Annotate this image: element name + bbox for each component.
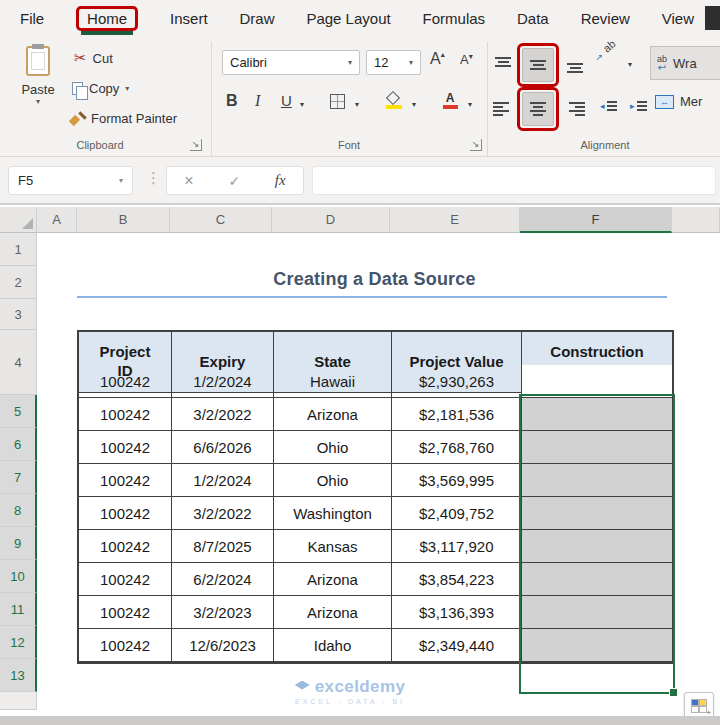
cancel-button[interactable]: × xyxy=(184,172,193,190)
formula-bar-resize-handle[interactable]: ⋮ xyxy=(146,169,161,187)
cell-B8[interactable]: 100242 xyxy=(79,464,172,497)
row-header-6[interactable]: 6 xyxy=(0,428,37,461)
cut-button[interactable]: ✂ Cut xyxy=(74,46,113,70)
format-painter-button[interactable]: Format Painter xyxy=(70,106,177,130)
cell-F7[interactable] xyxy=(522,431,672,464)
paste-button[interactable]: Paste ▾ xyxy=(12,42,64,142)
fill-color-button[interactable] xyxy=(386,92,403,109)
cell-D12[interactable]: Arizona xyxy=(274,596,392,629)
cell-E13[interactable]: $2,349,440 xyxy=(392,629,522,662)
column-header-D[interactable]: D xyxy=(272,207,390,233)
column-header-B[interactable]: B xyxy=(77,207,170,233)
cell-B9[interactable]: 100242 xyxy=(79,497,172,530)
row-header-5[interactable]: 5 xyxy=(0,395,37,428)
cell-C5[interactable]: 1/2/2024 xyxy=(172,365,274,398)
row-header-4[interactable]: 4 xyxy=(0,330,37,395)
cell-C7[interactable]: 6/6/2026 xyxy=(172,431,274,464)
row-header-13[interactable]: 13 xyxy=(0,659,37,692)
tab-review[interactable]: Review xyxy=(581,10,630,27)
cell-F8[interactable] xyxy=(522,464,672,497)
cell-E5[interactable]: $2,930,263 xyxy=(392,365,522,398)
row-header-7[interactable]: 7 xyxy=(0,461,37,494)
column-header-C[interactable]: C xyxy=(170,207,272,233)
cell-B10[interactable]: 100242 xyxy=(79,530,172,563)
cell-D11[interactable]: Arizona xyxy=(274,563,392,596)
tab-formulas[interactable]: Formulas xyxy=(423,10,486,27)
orientation-options-chevron[interactable]: ▾ xyxy=(628,60,632,69)
cell-B7[interactable]: 100242 xyxy=(79,431,172,464)
column-header-E[interactable]: E xyxy=(390,207,520,233)
formula-input[interactable] xyxy=(312,166,716,195)
cell-D13[interactable]: Idaho xyxy=(274,629,392,662)
select-all-button[interactable] xyxy=(0,207,37,233)
cell-E6[interactable]: $2,181,536 xyxy=(392,398,522,431)
cell-F6[interactable] xyxy=(522,398,672,431)
tab-page-layout[interactable]: Page Layout xyxy=(306,10,390,27)
row-header-partial[interactable] xyxy=(0,692,37,710)
borders-button[interactable] xyxy=(330,94,345,109)
cell-C12[interactable]: 3/2/2023 xyxy=(172,596,274,629)
enter-button[interactable]: ✓ xyxy=(228,173,240,189)
font-name-select[interactable]: Calibri ▾ xyxy=(222,50,360,75)
tab-draw[interactable]: Draw xyxy=(239,10,274,27)
row-header-8[interactable]: 8 xyxy=(0,494,37,527)
tab-insert[interactable]: Insert xyxy=(170,10,208,27)
merge-center-button[interactable]: ↔ Mer xyxy=(655,94,702,109)
borders-options-chevron[interactable]: ▾ xyxy=(355,100,359,109)
fill-color-options-chevron[interactable]: ▾ xyxy=(412,100,416,109)
cell-C8[interactable]: 1/2/2024 xyxy=(172,464,274,497)
cell-E7[interactable]: $2,768,760 xyxy=(392,431,522,464)
row-header-9[interactable]: 9 xyxy=(0,527,37,560)
cell-F12[interactable] xyxy=(522,596,672,629)
row-header-3[interactable]: 3 xyxy=(0,299,37,330)
font-color-button[interactable]: A xyxy=(442,92,458,109)
cell-D5[interactable]: Hawaii xyxy=(274,365,392,398)
name-box[interactable]: F5 ▾ xyxy=(8,166,133,195)
cell-F9[interactable] xyxy=(522,497,672,530)
tab-view[interactable]: View xyxy=(662,10,694,27)
bottom-align-button[interactable] xyxy=(565,56,585,74)
row-header-12[interactable]: 12 xyxy=(0,626,37,659)
underline-options-chevron[interactable]: ▾ xyxy=(300,100,304,109)
cell-D8[interactable]: Ohio xyxy=(274,464,392,497)
bold-button[interactable]: B xyxy=(226,92,238,110)
column-header-partial[interactable] xyxy=(672,207,720,233)
row-header-11[interactable]: 11 xyxy=(0,593,37,626)
cell-F11[interactable] xyxy=(522,563,672,596)
decrease-indent-button[interactable]: ◂ xyxy=(600,100,617,112)
cell-F13[interactable] xyxy=(522,629,672,662)
cell-D9[interactable]: Washington xyxy=(274,497,392,530)
cell-E8[interactable]: $3,569,995 xyxy=(392,464,522,497)
font-size-select[interactable]: 12 ▾ xyxy=(366,50,421,75)
cell-E11[interactable]: $3,854,223 xyxy=(392,563,522,596)
increase-indent-button[interactable]: ▸ xyxy=(630,100,647,112)
cell-F10[interactable] xyxy=(522,530,672,563)
cell-D7[interactable]: Ohio xyxy=(274,431,392,464)
cell-F5[interactable] xyxy=(522,365,672,398)
tab-home[interactable]: Home xyxy=(76,6,138,31)
cell-E9[interactable]: $2,409,752 xyxy=(392,497,522,530)
cell-B12[interactable]: 100242 xyxy=(79,596,172,629)
row-header-1[interactable]: 1 xyxy=(0,233,37,266)
align-left-button[interactable] xyxy=(493,100,513,118)
cell-C6[interactable]: 3/2/2022 xyxy=(172,398,274,431)
cell-E10[interactable]: $3,117,920 xyxy=(392,530,522,563)
italic-button[interactable]: I xyxy=(255,92,260,110)
tab-file[interactable]: File xyxy=(20,10,44,27)
row-header-10[interactable]: 10 xyxy=(0,560,37,593)
column-header-F[interactable]: F xyxy=(520,207,672,233)
cell-B11[interactable]: 100242 xyxy=(79,563,172,596)
cell-C13[interactable]: 12/6/2023 xyxy=(172,629,274,662)
row-header-2[interactable]: 2 xyxy=(0,266,37,299)
cell-E12[interactable]: $3,136,393 xyxy=(392,596,522,629)
cell-D10[interactable]: Kansas xyxy=(274,530,392,563)
cell-B5[interactable]: 100242 xyxy=(79,365,172,398)
column-header-A[interactable]: A xyxy=(37,207,77,233)
tab-data[interactable]: Data xyxy=(517,10,549,27)
middle-align-button[interactable] xyxy=(522,48,554,82)
underline-button[interactable]: U xyxy=(281,92,292,109)
wrap-text-button[interactable]: ab↩ Wra xyxy=(650,46,720,80)
align-right-button[interactable] xyxy=(565,100,585,118)
cell-D6[interactable]: Arizona xyxy=(274,398,392,431)
copy-button[interactable]: Copy ▾ xyxy=(72,76,129,100)
